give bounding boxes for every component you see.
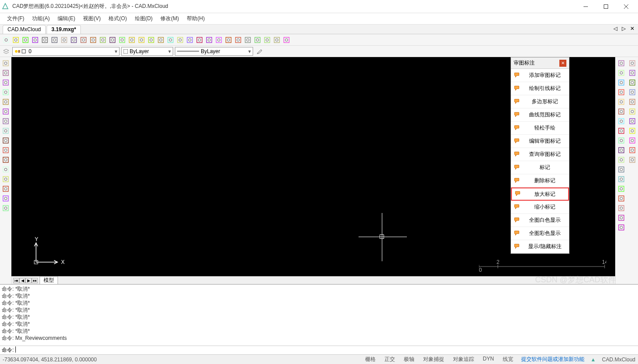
status-toggle-0[interactable]: 栅格 [363,355,377,364]
select-r-icon[interactable] [628,97,637,106]
select-icon[interactable] [21,36,30,44]
pdf-icon[interactable] [272,36,281,44]
command-input[interactable] [15,346,636,354]
zoom-prev-icon[interactable] [127,36,136,44]
ellipse-icon[interactable] [1,126,10,135]
cloud-icon[interactable] [243,36,252,44]
review-item-zoom-big[interactable]: 放大标记 [511,187,569,201]
grid-snap-icon[interactable] [617,107,626,116]
zoom-out-icon[interactable] [79,36,88,44]
explode-icon[interactable] [617,194,626,203]
grid-icon[interactable] [1,204,10,213]
color-dropdown[interactable]: ByLayer ▾ [121,47,173,56]
vtext-icon[interactable] [1,194,10,203]
doc-tab-0[interactable]: CAD.MxCloud [3,25,46,34]
status-toggle-1[interactable]: 正交 [383,355,397,364]
offset-icon[interactable] [617,204,626,213]
layout-last-icon[interactable]: ⏭ [32,278,38,283]
move-r-icon[interactable] [628,107,637,116]
trim-icon[interactable] [617,165,626,174]
preview-icon[interactable] [50,36,59,44]
save-icon[interactable] [31,36,40,44]
layout-next-icon[interactable]: ▶ [25,278,32,283]
menu-1[interactable]: 功能(A) [29,13,53,24]
status-toggle-2[interactable]: 极轴 [402,355,416,364]
copy-icon[interactable] [617,68,626,77]
layout-first-icon[interactable]: ⏮ [13,278,19,283]
break-icon[interactable] [1,146,10,155]
break-r-icon[interactable] [617,184,626,193]
menu-7[interactable]: 帮助(H) [183,13,208,24]
drawing-canvas[interactable]: Y X 2 14 0 [11,57,615,276]
tab-close-icon[interactable]: ✕ [628,25,636,32]
saveas-icon[interactable] [40,36,49,44]
chamfer-icon[interactable] [617,146,626,155]
table-icon[interactable] [205,36,214,44]
review-item-leader[interactable]: 绘制引线标记 [511,82,569,95]
brush-icon[interactable] [156,36,165,44]
rotate-r-icon[interactable] [628,88,637,97]
array-icon[interactable] [617,78,626,87]
new-icon[interactable] [2,36,11,44]
feedback-link[interactable]: 提交软件问题或潜加新功能 [521,356,584,363]
doc-tab-1[interactable]: 3.19.mxg* [47,25,81,34]
review-item-flag-del[interactable]: 删除标记 [511,174,569,187]
review-item-eye[interactable]: 显示/隐藏标注 [511,240,569,253]
review-item-query-mark[interactable]: 查询审图标记 [511,148,569,161]
block-icon[interactable] [1,165,10,174]
minimize-button[interactable] [576,0,596,13]
group-icon[interactable] [628,136,637,145]
rect-r-icon[interactable] [628,68,637,77]
paste-icon[interactable] [185,36,194,44]
maximize-button[interactable] [596,0,616,13]
rectangle-icon[interactable] [1,88,10,97]
move-target-icon[interactable] [137,36,146,44]
menu-2[interactable]: 编辑(E) [54,13,79,24]
replace-icon[interactable] [195,36,204,44]
menu-5[interactable]: 绘图(D) [131,13,156,24]
table-tool-icon[interactable] [1,184,10,193]
menu-4[interactable]: 格式(O) [105,13,130,24]
spline-icon[interactable] [1,117,10,126]
spline-tool-icon[interactable] [617,136,626,145]
pan-icon[interactable] [89,36,98,44]
layout-prev-icon[interactable]: ◀ [19,278,25,283]
menu-0[interactable]: 文件(F) [4,13,28,24]
status-toggle-6[interactable]: 线宽 [501,355,515,364]
filter-icon[interactable] [628,126,637,135]
status-toggle-3[interactable]: 对象捕捉 [421,355,446,364]
review-item-full-color[interactable]: 全图彩色显示 [511,227,569,240]
review-item-full-mono[interactable]: 全图白色显示 [511,214,569,227]
review-item-curve-mark[interactable]: 曲线范围标记 [511,108,569,122]
review-item-edit-mark[interactable]: 编辑审图标记 [511,135,569,148]
fillet-icon[interactable] [617,155,626,164]
line-r-icon[interactable] [628,59,637,68]
review-item-freehand[interactable]: 轻松手绘 [511,122,569,135]
layer-dropdown[interactable]: 0 ▾ [12,47,120,56]
glue-icon[interactable] [628,117,637,126]
open-icon[interactable] [11,36,20,44]
zoom-ext-icon[interactable] [108,36,117,44]
image-icon[interactable] [214,36,223,44]
copy-r-icon[interactable] [628,78,637,87]
circle-center-icon[interactable] [1,107,10,116]
undo-icon[interactable] [224,36,233,44]
extend-icon[interactable] [1,155,10,164]
menu-3[interactable]: 视图(V) [80,13,104,24]
marker-icon[interactable] [176,36,185,44]
review-item-zoom-small[interactable]: 缩小标记 [511,201,569,214]
rotate-icon[interactable] [617,97,626,106]
review-panel-close-button[interactable]: ✕ [559,60,566,67]
status-toggle-5[interactable]: DYN [481,355,496,364]
review-item-polygon-mark[interactable]: 多边形标记 [511,95,569,108]
status-toggle-4[interactable]: 对象追踪 [451,355,476,364]
review-item-flag-add[interactable]: 添加审图标记 [511,69,569,82]
text-icon[interactable] [1,175,10,184]
layers-icon[interactable] [2,47,11,56]
stretch-icon[interactable] [617,223,626,232]
review-item-pin[interactable]: 标记 [511,161,569,174]
zoom-icon[interactable] [60,36,69,44]
arc-icon[interactable] [1,68,10,77]
tab-nav-left-icon[interactable]: ◁ [612,25,619,32]
brush-icon[interactable] [255,47,264,56]
